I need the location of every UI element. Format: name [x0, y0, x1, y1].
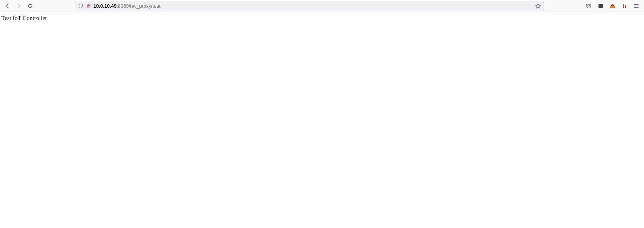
page-title: Test IoT Controller [1, 15, 643, 22]
menu-button[interactable] [631, 1, 641, 11]
lock-insecure-icon[interactable] [86, 3, 91, 9]
hamburger-icon [634, 3, 639, 9]
extension-3-button[interactable] [620, 1, 629, 11]
thermometer-icon [622, 3, 627, 9]
svg-rect-2 [599, 4, 603, 8]
page-content: Test IoT Controller [0, 12, 644, 25]
url-display[interactable]: 10.0.10.49:8069/hw_proxy/test [93, 3, 533, 9]
house-icon [610, 3, 615, 9]
pocket-icon [586, 3, 592, 9]
bookmark-star-icon[interactable] [535, 3, 541, 9]
svg-point-4 [601, 5, 602, 6]
toolbar-right [584, 1, 641, 11]
svg-point-6 [623, 7, 624, 8]
shield-icon[interactable] [78, 3, 84, 9]
browser-toolbar: 10.0.10.49:8069/hw_proxy/test [0, 0, 644, 12]
pocket-button[interactable] [584, 1, 594, 11]
url-host: 10.0.10.49 [93, 3, 116, 9]
extension-2-button[interactable] [608, 1, 617, 11]
url-rest: :8069/hw_proxy/test [116, 3, 160, 9]
svg-rect-5 [623, 4, 624, 7]
svg-point-3 [600, 5, 600, 6]
address-bar[interactable]: 10.0.10.49:8069/hw_proxy/test [75, 1, 544, 11]
arrow-left-icon [5, 3, 10, 9]
reload-icon [27, 3, 33, 9]
forward-button[interactable] [14, 1, 24, 11]
extension-1-button[interactable] [596, 1, 606, 11]
square-dark-icon [598, 3, 603, 9]
back-button[interactable] [3, 1, 13, 11]
arrow-right-icon [16, 3, 22, 9]
svg-point-8 [625, 6, 626, 8]
reload-button[interactable] [25, 1, 35, 11]
